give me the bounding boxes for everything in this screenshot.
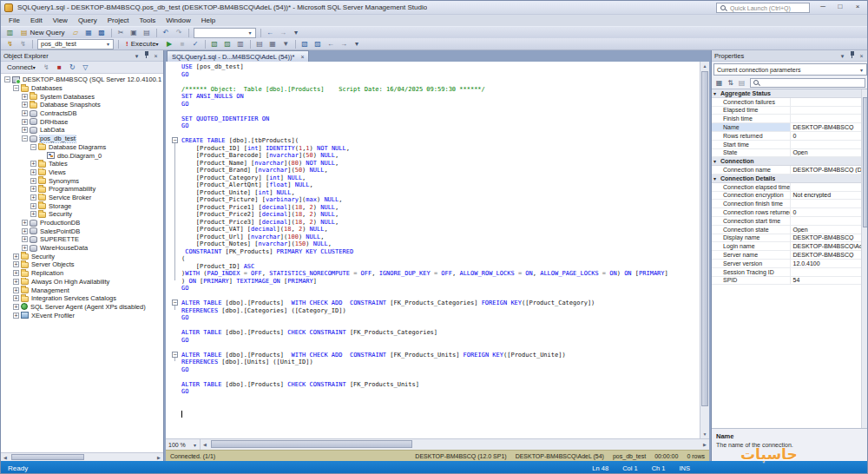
menu-file[interactable]: File [3, 15, 25, 26]
collapse-icon[interactable]: − [30, 144, 36, 150]
tree-item[interactable]: +DRHbase [1, 117, 163, 126]
collapse-icon[interactable]: − [13, 85, 19, 91]
database-selector[interactable]: pos_db_test▾ [37, 39, 114, 49]
expand-icon[interactable]: + [30, 203, 36, 209]
categorized-icon[interactable]: ▦ [714, 78, 725, 88]
tree-item[interactable]: +Storage [1, 201, 163, 210]
property-row[interactable]: Connection start time [712, 217, 868, 226]
actual-plan-icon[interactable]: ▨ [221, 39, 233, 49]
debug-icon[interactable]: ▶ [163, 39, 175, 49]
property-row[interactable]: SPID54 [712, 277, 868, 286]
cancel-query-icon[interactable]: ■ [176, 39, 188, 49]
tree-item[interactable]: +Integration Services Catalogs [1, 294, 163, 303]
menu-project[interactable]: Project [102, 15, 135, 26]
expand-icon[interactable]: + [30, 169, 36, 175]
scrollbar-track[interactable] [209, 439, 700, 451]
scroll-left-icon[interactable]: ◀ [1, 453, 10, 462]
connect-icon[interactable]: ↯ [4, 39, 16, 49]
property-row[interactable]: NameDESKTOP-BM4BSCQ [712, 123, 868, 132]
tree-item[interactable]: +Server Objects [1, 260, 163, 269]
refresh-icon[interactable]: ↻ [66, 63, 78, 73]
expand-icon[interactable]: + [22, 236, 28, 242]
tree-item[interactable]: +Service Broker [1, 194, 163, 202]
results-to-grid-icon[interactable]: ▦ [266, 39, 279, 49]
fold-collapse-icon[interactable]: − [172, 137, 178, 143]
scrollbar-thumb[interactable] [701, 71, 708, 406]
tree-item[interactable]: +Security [1, 210, 163, 219]
uncomment-selection-icon[interactable]: ▨ [312, 39, 324, 49]
pin-icon[interactable] [847, 50, 857, 62]
tree-item[interactable]: +SUPERETTE [1, 235, 163, 244]
expand-icon[interactable]: + [13, 261, 19, 267]
tree-item[interactable]: −DESKTOP-BM4BSCQ (SQL Server 12.0.4100.1… [1, 76, 163, 84]
expand-icon[interactable]: + [30, 186, 36, 192]
property-row[interactable]: Connection encryptionNot encrypted [712, 192, 868, 201]
scroll-right-icon[interactable]: ▶ [700, 440, 709, 449]
pin-icon[interactable] [141, 50, 151, 62]
menu-view[interactable]: View [48, 15, 73, 26]
tree-item[interactable]: +WareHouseData [1, 244, 163, 253]
expand-icon[interactable]: + [22, 119, 28, 125]
property-row[interactable]: Connection stateOpen [712, 226, 868, 234]
save-all-icon[interactable]: ▩ [95, 28, 108, 38]
expand-icon[interactable]: + [22, 245, 28, 251]
toolbar-overflow-icon[interactable]: ▾ [290, 28, 302, 38]
close-icon[interactable]: × [857, 51, 866, 61]
expand-icon[interactable]: + [22, 220, 28, 226]
expand-icon[interactable]: + [13, 253, 19, 260]
expand-icon[interactable]: + [22, 102, 28, 108]
navigate-back-icon[interactable]: ← [264, 28, 276, 38]
tree-item[interactable]: −Database Diagrams [1, 143, 163, 152]
property-row[interactable]: Connection failures [712, 98, 868, 107]
tree-item[interactable]: +Database Snapshots [1, 101, 163, 109]
tree-item[interactable]: +Security [1, 252, 163, 260]
scroll-left-icon[interactable]: ◀ [201, 440, 209, 449]
execute-button[interactable]: !Execute ▾ [122, 39, 162, 49]
close-button[interactable]: × [849, 1, 866, 14]
results-to-text-icon[interactable]: ▤ [253, 39, 266, 49]
navigate-forward-icon[interactable]: → [277, 28, 289, 38]
tree-item[interactable]: +Tables [1, 160, 163, 168]
property-category[interactable]: ▾Connection Details [712, 174, 868, 183]
property-pages-icon[interactable]: ▤ [737, 78, 747, 88]
close-tab-icon[interactable]: × [300, 54, 304, 60]
collapse-icon[interactable]: ▾ [713, 158, 720, 164]
property-row[interactable]: Server nameDESKTOP-BM4BSCQ [712, 251, 868, 260]
tree-item[interactable]: +Synonyms [1, 176, 163, 185]
increase-indent-icon[interactable]: → [338, 39, 350, 49]
minimize-button[interactable]: ─ [814, 1, 832, 14]
scrollbar-thumb[interactable] [211, 440, 412, 448]
fold-collapse-icon[interactable]: − [172, 300, 178, 306]
close-icon[interactable]: × [151, 51, 161, 61]
scrollbar-track[interactable] [10, 453, 155, 462]
chevron-down-icon[interactable]: ▾ [838, 51, 847, 61]
expand-icon[interactable]: + [13, 279, 19, 285]
cut-icon[interactable]: ✂ [115, 28, 127, 38]
properties-scrollbar[interactable] [861, 89, 868, 428]
chevron-down-icon[interactable]: ▾ [247, 29, 254, 37]
tree-item[interactable]: +XEvent Profiler [1, 311, 163, 319]
change-connection-icon[interactable]: ↯ [17, 39, 30, 49]
fold-collapse-icon[interactable]: − [172, 352, 178, 358]
tree-item[interactable]: +Management [1, 286, 163, 294]
menu-help[interactable]: Help [196, 15, 220, 26]
collapse-icon[interactable]: ▾ [713, 175, 720, 181]
expand-icon[interactable]: + [22, 94, 28, 100]
property-row[interactable]: Server version12.0.4100 [712, 260, 868, 268]
menu-tools[interactable]: Tools [135, 15, 161, 26]
query-options-icon[interactable]: ▥ [234, 39, 247, 49]
estimated-plan-icon[interactable]: ▧ [208, 39, 220, 49]
new-query-button[interactable]: ▤New Query [17, 28, 69, 38]
property-row[interactable]: Start time [712, 141, 868, 149]
scroll-down-icon[interactable]: ▼ [700, 430, 709, 438]
tree-item[interactable]: +SQL Server Agent (Agent XPs disabled) [1, 303, 163, 312]
property-row[interactable]: Connection rows returned0 [712, 208, 868, 217]
connect-button[interactable]: Connect ▾ [3, 63, 39, 73]
property-row[interactable]: StateOpen [712, 149, 868, 158]
property-row[interactable]: Session Tracing ID [712, 268, 868, 277]
property-category[interactable]: ▾Aggregate Status [712, 89, 868, 98]
expand-icon[interactable]: + [30, 178, 36, 184]
tree-item[interactable]: dbo.Diagram_0 [1, 151, 163, 160]
scrollbar-thumb[interactable] [863, 97, 868, 227]
comment-selection-icon[interactable]: ▧ [299, 39, 311, 49]
